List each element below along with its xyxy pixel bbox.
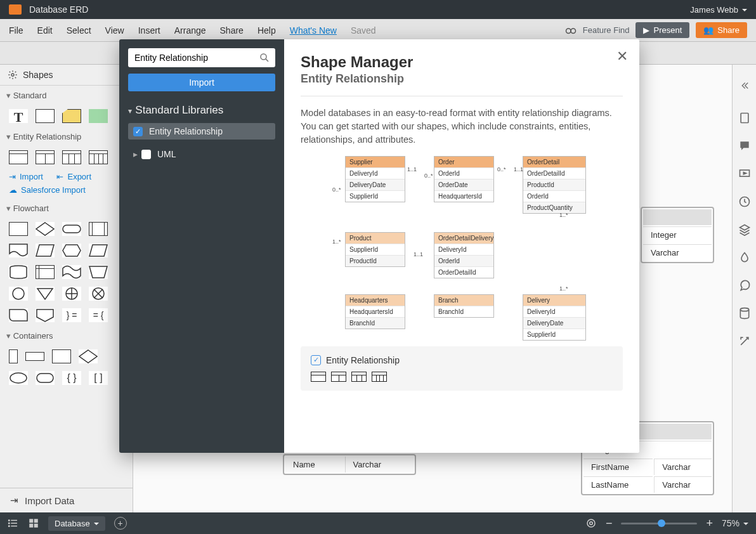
rect-shape[interactable] [36,109,55,123]
fc-tape[interactable] [62,265,81,279]
layers-icon[interactable] [738,223,751,236]
present-button[interactable]: ▶ Present [635,22,689,38]
ct-brackets[interactable]: [ ] [89,371,108,385]
presentation-icon[interactable] [738,167,751,180]
menu-help[interactable]: Help [257,25,276,36]
fc-diamond[interactable] [36,222,55,236]
page-icon[interactable] [738,112,751,124]
section-er[interactable]: Entity Relationship [0,127,133,147]
fc-manual[interactable] [89,265,108,279]
fc-hex[interactable] [62,244,81,257]
zoom-slider[interactable] [621,523,697,524]
import-data-button[interactable]: ⇥ Import Data [0,488,133,512]
zoom-in-button[interactable]: + [706,517,713,530]
section-standard[interactable]: Standard [0,86,133,105]
svg-rect-34 [29,524,33,528]
opt-shape-4[interactable] [372,372,387,382]
checkbox-checked-icon[interactable]: ✓ [311,355,321,365]
ct-2[interactable] [25,352,44,361]
library-search[interactable] [128,48,275,67]
search-input[interactable] [133,52,259,63]
card: 1..* [332,238,341,245]
canvas-table-right[interactable]: Integer Varchar [641,207,714,263]
ct-braces[interactable]: { } [62,371,81,385]
block-shape[interactable] [89,109,108,123]
fc-card[interactable] [9,308,28,322]
er-shape-4[interactable] [89,150,108,164]
menu-insert[interactable]: Insert [138,25,160,36]
comment-icon[interactable] [738,140,751,152]
fc-circle[interactable] [9,287,28,301]
add-page-button[interactable]: + [114,517,127,530]
user-menu[interactable]: James Webb [690,5,747,15]
collapse-icon[interactable] [739,80,750,91]
close-button[interactable]: ✕ [616,48,628,65]
fc-brace-left[interactable]: = { [89,308,108,322]
target-icon[interactable] [585,518,597,529]
cell: Varchar [654,459,712,475]
sidebar-title: Shapes [23,70,53,80]
erd-order: Order OrderId OrderDate HeadquartersId [434,156,494,202]
chat-icon[interactable] [738,279,751,292]
opt-shape-3[interactable] [351,372,367,382]
grid-icon[interactable] [28,518,39,529]
menu-edit[interactable]: Edit [37,25,53,36]
fc-rect[interactable] [9,222,28,236]
fc-data[interactable] [36,244,55,257]
ct-1[interactable] [9,349,18,363]
er-shape-1[interactable] [9,150,28,164]
section-flowchart[interactable]: Flowchart [0,199,133,218]
ct-6[interactable] [36,371,55,385]
list-icon[interactable] [8,518,19,529]
menu-file[interactable]: File [9,25,23,36]
std-libraries-header[interactable]: Standard Libraries [128,104,275,117]
menu-whats-new[interactable]: What's New [290,25,337,36]
database-icon[interactable] [738,307,751,320]
salesforce-link[interactable]: ☁ Salesforce Import [9,185,86,195]
fc-cyl[interactable] [9,265,28,279]
menu-view[interactable]: View [105,25,124,36]
fc-para[interactable] [89,244,108,257]
fc-internal[interactable] [36,265,55,279]
opt-shape-1[interactable] [311,372,326,382]
page-selector[interactable]: Database [48,516,105,531]
zoom-out-button[interactable]: − [606,517,613,530]
text-shape[interactable]: T [9,109,28,123]
lib-entity-relationship[interactable]: ✓ Entity Relationship [128,123,275,140]
drop-icon[interactable] [738,251,751,264]
gear-icon[interactable] [8,70,18,80]
import-link[interactable]: ⇥ Import [9,172,43,181]
zoom-value[interactable]: 75% [722,518,748,528]
opt-shape-2[interactable] [331,372,346,382]
fc-predefined[interactable] [89,222,108,236]
feature-find-link[interactable]: Feature Find [583,25,630,35]
ct-5[interactable] [9,371,28,385]
fc-doc[interactable] [9,244,28,257]
export-link[interactable]: ⇤ Export [56,172,91,181]
fc-terminator[interactable] [62,222,81,236]
menu-select[interactable]: Select [67,25,91,36]
canvas-table-bl[interactable]: NameVarchar [283,454,416,475]
fc-offpage[interactable] [36,308,55,322]
fc-sum[interactable] [89,287,108,301]
checkbox-icon[interactable] [141,150,151,159]
history-icon[interactable] [738,195,751,208]
menu-arrange[interactable]: Arrange [174,25,206,36]
er-shape-2[interactable] [36,150,55,164]
fc-or[interactable] [62,287,81,301]
share-button[interactable]: 👥 Share [696,22,747,38]
magic-icon[interactable] [738,335,751,348]
library-import-button[interactable]: Import [128,74,275,91]
menu-share[interactable]: Share [220,25,244,36]
er-shape-3[interactable] [62,150,81,164]
card: 0..* [332,186,341,193]
lib-uml[interactable]: UML [128,146,275,162]
fc-triangle[interactable] [36,287,55,301]
fc-brace-right[interactable]: } = [62,308,81,322]
note-shape[interactable] [62,109,81,123]
ct-3[interactable] [52,349,71,363]
checkbox-checked-icon[interactable]: ✓ [133,127,143,136]
standard-shapes: T [0,105,133,127]
ct-4[interactable] [79,349,98,363]
section-containers[interactable]: Containers [0,326,133,346]
